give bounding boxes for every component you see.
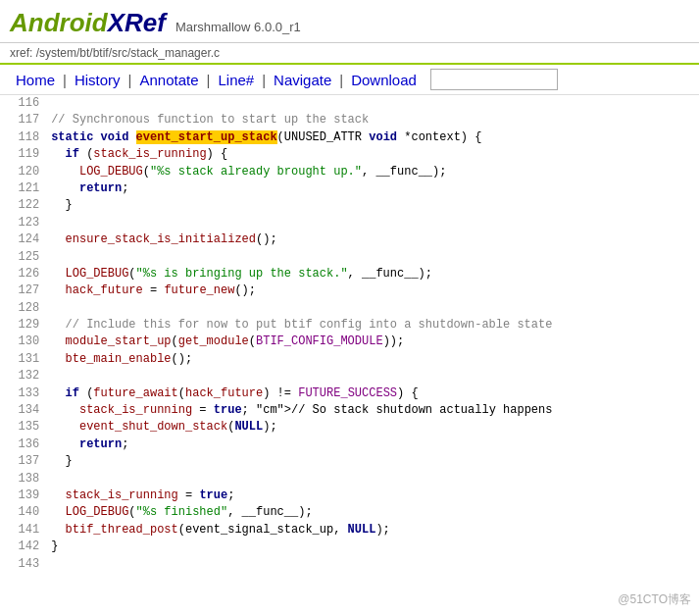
line-number: 122 [0,197,47,214]
site-header: AndroidXRef Marshmallow 6.0.0_r1 [0,0,699,43]
line-code: LOG_DEBUG("%s finished", __func__); [47,504,699,521]
table-row: 133 if (future_await(hack_future) != FUT… [0,385,699,402]
table-row: 142} [0,539,699,555]
table-row: 135 event_shut_down_stack(NULL); [0,419,699,436]
line-number: 141 [0,522,47,539]
table-row: 125 [0,249,699,266]
line-code: } [47,539,699,555]
line-number: 138 [0,471,47,488]
line-number: 124 [0,231,47,248]
line-number: 137 [0,453,47,470]
line-code: return; [47,436,699,453]
line-number: 117 [0,112,47,128]
line-number: 126 [0,266,47,282]
line-code: if (future_await(hack_future) != FUTURE_… [47,385,699,402]
nav-home[interactable]: Home [10,70,61,90]
line-number: 128 [0,300,47,317]
line-code: stack_is_running = true; "cm">// So stac… [47,402,699,419]
table-row: 141 btif_thread_post(event_signal_stack_… [0,522,699,539]
line-code: bte_main_enable(); [47,351,699,368]
line-code: return; [47,180,699,197]
line-number: 116 [0,95,47,112]
line-code: if (stack_is_running) { [47,146,699,163]
code-table: 116 117// Synchronous function to start … [0,95,699,573]
nav-navigate[interactable]: Navigate [268,70,337,90]
table-row: 138 [0,471,699,488]
logo-android: Android [10,8,108,38]
line-code: stack_is_running = true; [47,488,699,504]
logo: AndroidXRef Marshmallow 6.0.0_r1 [10,8,689,38]
line-code [47,556,699,573]
table-row: 124 ensure_stack_is_initialized(); [0,231,699,248]
table-row: 131 bte_main_enable(); [0,351,699,368]
table-row: 117// Synchronous function to start up t… [0,112,699,128]
table-row: 123 [0,215,699,231]
line-code [47,471,699,488]
nav-annotate[interactable]: Annotate [134,70,205,90]
line-number: 133 [0,385,47,402]
line-number: 119 [0,146,47,163]
line-number: 121 [0,180,47,197]
search-input[interactable] [430,69,558,90]
line-number: 143 [0,556,47,573]
line-number: 131 [0,351,47,368]
table-row: 136 return; [0,436,699,453]
line-code: LOG_DEBUG("%s is bringing up the stack."… [47,266,699,282]
line-number: 130 [0,334,47,350]
line-code: } [47,453,699,470]
line-number: 140 [0,504,47,521]
line-number: 129 [0,317,47,334]
line-code [47,300,699,317]
line-code: ensure_stack_is_initialized(); [47,231,699,248]
line-code: static void event_start_up_stack(UNUSED_… [47,129,699,146]
table-row: 137 } [0,453,699,470]
line-code: } [47,197,699,214]
table-row: 121 return; [0,180,699,197]
logo-version: Marshmallow 6.0.0_r1 [175,20,301,34]
line-number: 132 [0,368,47,385]
logo-xref: XRef [108,8,166,38]
table-row: 132 [0,368,699,385]
line-code: hack_future = future_new(); [47,282,699,299]
table-row: 129 // Include this for now to put btif … [0,317,699,334]
table-row: 140 LOG_DEBUG("%s finished", __func__); [0,504,699,521]
line-number: 136 [0,436,47,453]
breadcrumb: xref: /system/bt/btif/src/stack_manager.… [0,43,699,65]
table-row: 116 [0,95,699,112]
table-row: 122 } [0,197,699,214]
line-code [47,215,699,231]
line-number: 125 [0,249,47,266]
line-code: // Synchronous function to start up the … [47,112,699,128]
line-number: 134 [0,402,47,419]
line-code: btif_thread_post(event_signal_stack_up, … [47,522,699,539]
table-row: 134 stack_is_running = true; "cm">// So … [0,402,699,419]
line-code [47,95,699,112]
line-code: LOG_DEBUG("%s stack already brought up."… [47,164,699,180]
line-number: 120 [0,164,47,180]
line-code [47,368,699,385]
line-code: event_shut_down_stack(NULL); [47,419,699,436]
line-number: 123 [0,215,47,231]
table-row: 130 module_start_up(get_module(BTIF_CONF… [0,334,699,350]
line-number: 142 [0,539,47,555]
line-number: 118 [0,129,47,146]
nav-history[interactable]: History [69,70,126,90]
table-row: 139 stack_is_running = true; [0,488,699,504]
line-code: module_start_up(get_module(BTIF_CONFIG_M… [47,334,699,350]
table-row: 128 [0,300,699,317]
table-row: 119 if (stack_is_running) { [0,146,699,163]
navbar: Home | History | Annotate | Line# | Navi… [0,65,699,95]
line-code: // Include this for now to put btif conf… [47,317,699,334]
table-row: 120 LOG_DEBUG("%s stack already brought … [0,164,699,180]
table-row: 143 [0,556,699,573]
code-area: 116 117// Synchronous function to start … [0,95,699,573]
line-number: 135 [0,419,47,436]
table-row: 126 LOG_DEBUG("%s is bringing up the sta… [0,266,699,282]
watermark: @51CTO博客 [618,591,691,608]
nav-lineno[interactable]: Line# [212,70,260,90]
line-number: 139 [0,488,47,504]
table-row: 118static void event_start_up_stack(UNUS… [0,129,699,146]
nav-download[interactable]: Download [345,70,423,90]
table-row: 127 hack_future = future_new(); [0,282,699,299]
line-number: 127 [0,282,47,299]
